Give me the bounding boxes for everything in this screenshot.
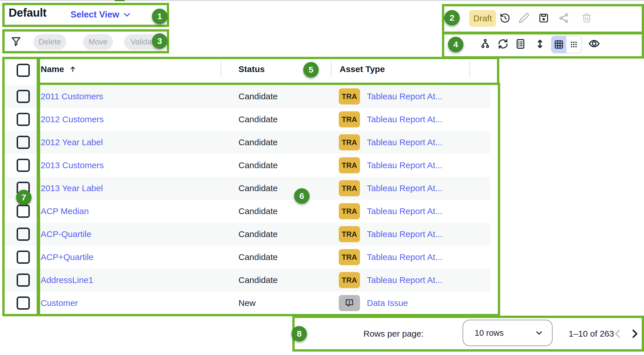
annotation-fragment: [115, 0, 125, 1]
row-checkbox[interactable]: [17, 113, 30, 126]
edit-pencil-icon[interactable]: [518, 13, 529, 24]
row-asset-type-link[interactable]: Tableau Report At...: [367, 108, 443, 131]
row-asset-type-link[interactable]: Tableau Report At...: [367, 269, 443, 292]
app-window: Default Select View Delete Move Validate…: [0, 0, 644, 355]
select-view-dropdown[interactable]: Select View: [71, 9, 131, 20]
table-row: AddressLine1CandidateTRATableau Report A…: [5, 269, 490, 292]
lineage-hierarchy-icon[interactable]: [479, 38, 491, 50]
refresh-icon[interactable]: [497, 38, 509, 50]
column-header-name-label: Name: [41, 64, 64, 74]
row-asset-type-link[interactable]: Tableau Report At...: [367, 223, 443, 246]
row-name-link[interactable]: AddressLine1: [41, 269, 93, 292]
row-checkbox[interactable]: [17, 251, 30, 264]
column-divider: [221, 61, 221, 77]
row-asset-type-link[interactable]: Data Issue: [367, 292, 408, 315]
filter-icon[interactable]: [10, 36, 22, 47]
row-name-link[interactable]: 2013 Year Label: [41, 177, 103, 200]
rows-per-page-select[interactable]: 10 rows: [463, 320, 553, 346]
row-status: Candidate: [238, 85, 278, 108]
row-height-icon[interactable]: [534, 38, 546, 50]
column-header-status[interactable]: Status: [238, 64, 265, 74]
row-asset-type-link[interactable]: Tableau Report At...: [367, 246, 443, 269]
rows-per-page-label: Rows per page:: [363, 329, 424, 339]
row-name-link[interactable]: ACP Median: [41, 200, 89, 223]
annotation-marker-4: 4: [448, 37, 463, 52]
row-status: Candidate: [238, 131, 278, 154]
asset-type-badge: TRA: [339, 180, 360, 196]
row-status: Candidate: [238, 108, 278, 131]
table-row: 2012 Year LabelCandidateTRATableau Repor…: [5, 131, 490, 154]
row-name-link[interactable]: Customer: [41, 292, 78, 315]
table-row: 2013 Year LabelCandidateTRATableau Repor…: [5, 177, 490, 200]
trash-icon[interactable]: [581, 13, 592, 24]
window-top-border: [0, 0, 644, 1]
asset-type-badge: TRA: [339, 203, 360, 219]
row-status: Candidate: [238, 223, 278, 246]
table-body: 2011 CustomersCandidateTRATableau Report…: [5, 85, 490, 315]
pagination-range: 1–10 of 263: [569, 329, 614, 339]
view-toggle-group: [551, 36, 582, 53]
chevron-down-icon: [535, 329, 543, 337]
row-checkbox[interactable]: [17, 273, 30, 287]
annotation-marker-5: 5: [303, 62, 319, 77]
annotation-marker-8: 8: [291, 326, 307, 342]
form-list-icon[interactable]: [515, 38, 526, 50]
row-name-link[interactable]: 2012 Customers: [41, 108, 104, 131]
annotation-box-5: [37, 57, 499, 85]
column-divider: [469, 61, 470, 77]
row-name-link[interactable]: 2012 Year Label: [41, 131, 103, 154]
asset-type-badge: TRA: [339, 272, 360, 288]
row-checkbox[interactable]: [17, 205, 30, 218]
row-checkbox[interactable]: [17, 90, 30, 103]
tile-view-toggle[interactable]: [566, 36, 581, 53]
table-view-toggle[interactable]: [551, 36, 566, 53]
row-checkbox[interactable]: [17, 296, 30, 310]
page-title: Default: [9, 6, 46, 19]
row-checkbox[interactable]: [17, 136, 30, 149]
delete-button[interactable]: Delete: [34, 34, 66, 50]
share-icon[interactable]: [558, 13, 569, 24]
sort-ascending-icon[interactable]: [69, 65, 77, 73]
row-asset-type-link[interactable]: Tableau Report At...: [367, 85, 443, 108]
asset-type-badge: TRA: [339, 157, 360, 173]
history-icon[interactable]: [500, 13, 510, 24]
row-name-link[interactable]: ACP+Quartile: [41, 246, 93, 269]
asset-type-badge: TRA: [339, 134, 360, 150]
asset-type-badge: TRA: [339, 249, 360, 265]
row-name-link[interactable]: ACP-Quartile: [41, 223, 91, 246]
row-status: Candidate: [238, 269, 278, 292]
asset-type-badge: TRA: [339, 226, 360, 242]
row-checkbox[interactable]: [17, 182, 30, 195]
save-icon[interactable]: [538, 13, 549, 24]
row-status: Candidate: [238, 200, 278, 223]
row-asset-type-link[interactable]: Tableau Report At...: [367, 200, 443, 223]
previous-page-icon[interactable]: [612, 327, 624, 340]
move-button[interactable]: Move: [83, 34, 113, 50]
column-header-asset-type[interactable]: Asset Type: [340, 64, 385, 74]
chevron-down-icon: [123, 10, 131, 19]
table-row: ACP-QuartileCandidateTRATableau Report A…: [5, 223, 490, 246]
row-asset-type-link[interactable]: Tableau Report At...: [367, 154, 443, 177]
asset-type-badge: TRA: [339, 111, 360, 127]
next-page-icon[interactable]: [628, 327, 641, 340]
row-checkbox[interactable]: [17, 159, 30, 172]
table-row: CustomerNewData Issue: [5, 292, 490, 315]
validate-button[interactable]: Validate: [124, 34, 165, 50]
row-checkbox[interactable]: [17, 228, 30, 241]
asset-type-badge: TRA: [339, 88, 360, 104]
row-status: Candidate: [238, 246, 278, 269]
column-divider: [331, 61, 332, 77]
select-view-label: Select View: [71, 9, 119, 20]
column-header-name[interactable]: Name: [41, 64, 77, 74]
row-asset-type-link[interactable]: Tableau Report At...: [367, 131, 443, 154]
status-badge: Draft: [469, 10, 496, 27]
row-status: Candidate: [238, 177, 278, 200]
select-all-checkbox[interactable]: [17, 64, 30, 77]
annotation-marker-2: 2: [444, 10, 460, 26]
row-name-link[interactable]: 2011 Customers: [41, 85, 103, 108]
preview-eye-icon[interactable]: [588, 38, 600, 50]
row-asset-type-link[interactable]: Tableau Report At...: [367, 177, 443, 200]
table-row: ACP+QuartileCandidateTRATableau Report A…: [5, 246, 490, 269]
row-name-link[interactable]: 2013 Customers: [41, 154, 104, 177]
row-status: Candidate: [238, 154, 278, 177]
